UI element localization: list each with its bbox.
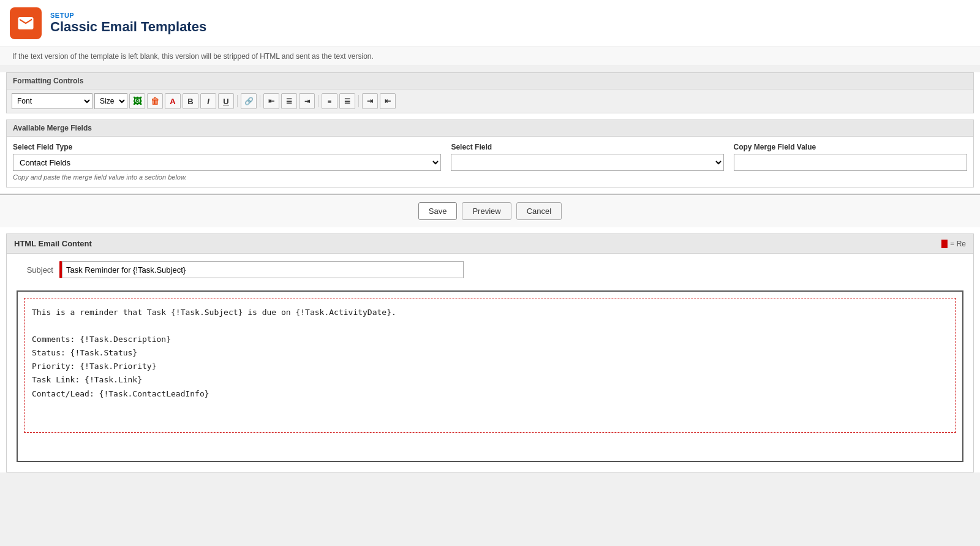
separator-1	[237, 95, 238, 107]
body-line-tasklink: Task Link: {!Task.Link}	[32, 373, 948, 387]
ordered-list-button[interactable]: ≡	[322, 93, 337, 109]
unordered-list-button[interactable]: ☰	[339, 93, 355, 109]
app-icon	[10, 7, 42, 39]
preview-button[interactable]: Preview	[462, 202, 511, 220]
indent-button[interactable]: ⇥	[362, 93, 378, 109]
select-field-label: Select Field	[451, 143, 723, 151]
merge-fields-body: Select Field Type Contact Fields Account…	[7, 137, 973, 187]
setup-label: SETUP	[50, 12, 206, 19]
page-header: SETUP Classic Email Templates	[0, 0, 980, 47]
unordered-list-icon: ☰	[344, 97, 350, 105]
link-button[interactable]: 🔗	[241, 93, 257, 109]
page-title: Classic Email Templates	[50, 19, 206, 35]
field-type-col: Select Field Type Contact Fields Account…	[13, 143, 441, 171]
underline-icon: U	[223, 97, 228, 106]
copy-value-col: Copy Merge Field Value	[734, 143, 968, 171]
required-label: = Re	[950, 240, 966, 248]
field-type-label: Select Field Type	[13, 143, 441, 151]
align-left-button[interactable]: ⇤	[263, 93, 279, 109]
formatting-controls-section: Formatting Controls Font Arial Times New…	[6, 72, 974, 113]
save-bar: Save Preview Cancel	[0, 194, 980, 227]
subject-input-wrapper	[59, 261, 464, 278]
font-select[interactable]: Font Arial Times New Roman Courier New G…	[12, 93, 92, 109]
copy-value-input[interactable]	[734, 154, 968, 171]
html-email-content-section: HTML Email Content = Re Subject This is …	[6, 233, 974, 472]
required-indicator: = Re	[941, 240, 966, 248]
cancel-button[interactable]: Cancel	[516, 202, 562, 220]
size-select[interactable]: Size 8 10 12 14 16 18 24 36	[94, 93, 127, 109]
font-color-button[interactable]: A	[165, 93, 181, 109]
bold-button[interactable]: B	[183, 93, 198, 109]
info-bar: If the text version of the template is l…	[0, 47, 980, 66]
underline-button[interactable]: U	[218, 93, 234, 109]
toolbar: Font Arial Times New Roman Courier New G…	[7, 89, 973, 113]
html-content-header: HTML Email Content = Re	[7, 234, 973, 254]
separator-2	[260, 95, 260, 107]
merge-fields-header: Available Merge Fields	[7, 120, 973, 137]
align-right-icon: ⇥	[304, 97, 310, 105]
remove-format-icon: 🗑	[151, 96, 159, 106]
merge-fields-section: Available Merge Fields Select Field Type…	[6, 119, 974, 188]
email-icon	[17, 14, 35, 32]
field-type-select[interactable]: Contact Fields Account Fields Task Field…	[13, 154, 441, 171]
body-line-status: Status: {!Task.Status}	[32, 346, 948, 360]
merge-hint: Copy and paste the merge field value int…	[13, 173, 967, 181]
outdent-icon: ⇤	[385, 97, 391, 105]
header-text: SETUP Classic Email Templates	[50, 12, 206, 35]
main-content: Formatting Controls Font Arial Times New…	[0, 72, 980, 472]
select-field-select[interactable]	[451, 154, 723, 171]
separator-3	[318, 95, 318, 107]
html-content-title: HTML Email Content	[14, 239, 92, 248]
select-field-col: Select Field	[451, 143, 723, 171]
indent-icon: ⇥	[367, 97, 373, 105]
email-body-wrapper: This is a reminder that Task {!Task.Subj…	[17, 290, 963, 462]
subject-label: Subject	[17, 265, 53, 275]
merge-row: Select Field Type Contact Fields Account…	[13, 143, 967, 171]
body-line-priority: Priority: {!Task.Priority}	[32, 360, 948, 373]
body-line-comments: Comments: {!Task.Description}	[32, 333, 948, 346]
formatting-controls-header: Formatting Controls	[7, 73, 973, 89]
ordered-list-icon: ≡	[328, 97, 331, 105]
outdent-button[interactable]: ⇤	[380, 93, 396, 109]
copy-value-label: Copy Merge Field Value	[734, 143, 968, 151]
italic-button[interactable]: I	[200, 93, 216, 109]
required-red-square	[941, 240, 948, 248]
body-line-spacer	[32, 319, 948, 333]
subject-input[interactable]	[62, 261, 464, 278]
info-text: If the text version of the template is l…	[12, 52, 374, 61]
align-center-icon: ☰	[286, 97, 292, 105]
bold-icon: B	[187, 97, 193, 106]
align-right-button[interactable]: ⇥	[299, 93, 315, 109]
align-left-icon: ⇤	[268, 97, 274, 105]
email-body-editor[interactable]: This is a reminder that Task {!Task.Subj…	[24, 298, 956, 433]
link-icon: 🔗	[244, 97, 254, 105]
body-line-1: This is a reminder that Task {!Task.Subj…	[32, 306, 948, 319]
remove-format-button[interactable]: 🗑	[147, 93, 163, 109]
italic-icon: I	[207, 97, 209, 106]
save-button[interactable]: Save	[418, 202, 458, 220]
font-color-icon: A	[170, 97, 175, 106]
body-line-contactlead: Contact/Lead: {!Task.ContactLeadInfo}	[32, 387, 948, 401]
insert-image-button[interactable]: 🖼	[129, 93, 145, 109]
subject-row: Subject	[7, 254, 973, 286]
insert-image-icon: 🖼	[133, 96, 141, 106]
align-center-button[interactable]: ☰	[281, 93, 297, 109]
separator-4	[358, 95, 359, 107]
